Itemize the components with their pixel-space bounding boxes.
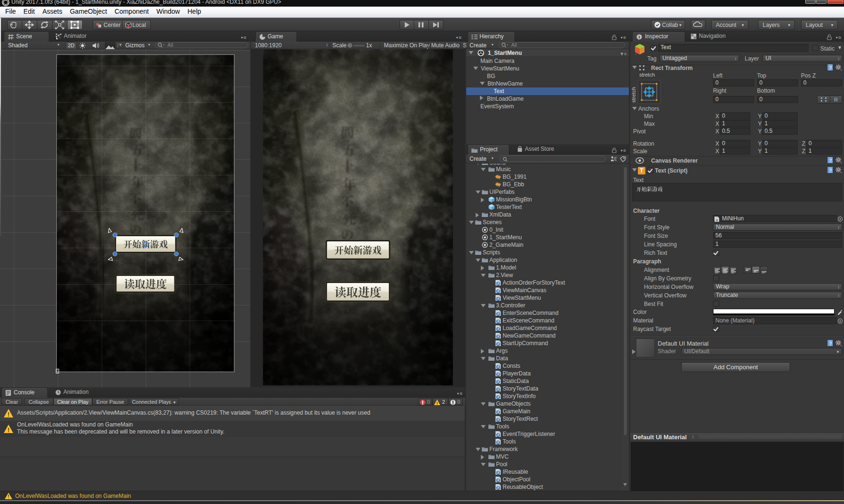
- svg-text:?: ?: [829, 158, 832, 163]
- svg-text:!: !: [8, 494, 9, 499]
- svg-text:a: a: [716, 218, 718, 222]
- svg-text:!: !: [8, 411, 9, 418]
- svg-text:!: !: [436, 400, 438, 405]
- svg-text:!: !: [8, 427, 9, 434]
- svg-text:?: ?: [829, 168, 832, 173]
- svg-text:?: ?: [829, 65, 832, 70]
- svg-text:?: ?: [829, 341, 832, 346]
